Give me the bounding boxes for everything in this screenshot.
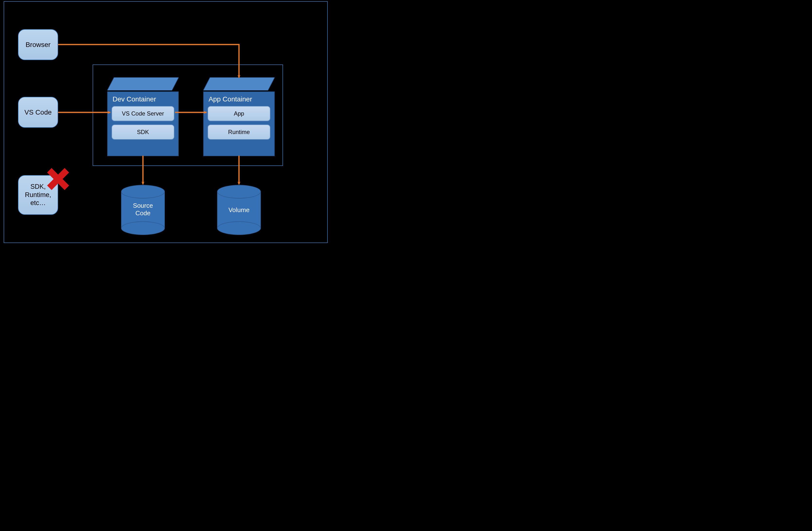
db-bottom	[121, 221, 165, 235]
truncated-label: e r	[88, 102, 91, 113]
sdk-slot: SDK	[112, 125, 174, 140]
sdk-runtime-node: SDK, Runtime, etc…	[18, 175, 58, 215]
cube-lid-icon	[203, 77, 275, 90]
sdk-runtime-label: SDK, Runtime, etc…	[25, 183, 51, 207]
vscode-server-slot: VS Code Server	[112, 106, 174, 121]
app-container-body: App Container App Runtime	[203, 91, 275, 156]
cube-lid-icon	[107, 77, 179, 90]
svg-marker-1	[203, 77, 275, 90]
browser-node: Browser	[18, 29, 58, 60]
app-container-title: App Container	[208, 95, 270, 103]
diagram-canvas: e r Browser VS Code SDK, Runtime, etc… D…	[0, 0, 374, 245]
sdk-label: SDK	[137, 129, 149, 135]
runtime-label: Runtime	[228, 129, 250, 135]
runtime-slot: Runtime	[208, 125, 270, 140]
db-top	[217, 185, 261, 199]
app-slot: App	[208, 106, 270, 121]
vscode-server-label: VS Code Server	[122, 110, 164, 117]
db-bottom	[217, 221, 261, 235]
browser-label: Browser	[26, 40, 50, 49]
vscode-node: VS Code	[18, 97, 58, 128]
svg-marker-0	[107, 77, 179, 90]
source-code-label: Source Code	[121, 202, 165, 217]
dev-container-title: Dev Container	[113, 95, 174, 103]
volume-db: Volume	[217, 185, 261, 235]
source-code-db: Source Code	[121, 185, 165, 235]
app-label: App	[234, 110, 244, 117]
vscode-label: VS Code	[24, 108, 52, 116]
volume-label: Volume	[217, 206, 261, 214]
app-container-cube: App Container App Runtime	[203, 77, 275, 156]
dev-container-body: Dev Container VS Code Server SDK	[107, 91, 179, 156]
dev-container-cube: Dev Container VS Code Server SDK	[107, 77, 179, 156]
db-top	[121, 185, 165, 199]
